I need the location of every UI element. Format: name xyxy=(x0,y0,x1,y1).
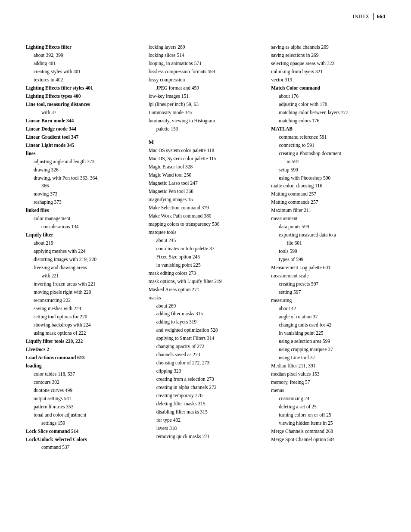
index-entry: connecting to 591 xyxy=(271,141,385,149)
index-entry: Magic Wand tool 250 xyxy=(149,171,263,179)
index-entry: color management xyxy=(26,215,140,223)
index-entry: Linear Gradient tool 347 xyxy=(26,133,140,141)
index-entry: types of 599 xyxy=(271,255,385,264)
index-entry: Lighting Effects filter styles 401 xyxy=(26,84,140,92)
index-entry: about 269 xyxy=(149,302,263,310)
index-entry: Matting commands 257 xyxy=(271,198,385,206)
index-entry: about 176 xyxy=(271,92,385,100)
index-entry: Maximum filter 211 xyxy=(271,206,385,215)
index-label: INDEX xyxy=(353,14,370,19)
index-entry: adding to layers 319 xyxy=(149,318,263,326)
index-entry: using Line tool 37 xyxy=(271,354,385,362)
index-entry: removing quick masks 271 xyxy=(149,432,263,441)
index-entry: about 42 xyxy=(271,305,385,313)
index-entry: Linear Dodge mode 344 xyxy=(26,125,140,133)
index-entry: coordinates in Info palette 37 xyxy=(149,245,263,253)
index-entry: Magic Eraser tool 328 xyxy=(149,163,263,171)
index-entry: M xyxy=(149,137,263,146)
index-entry: marquee tools xyxy=(149,228,263,236)
index-entry: with 37 xyxy=(26,109,140,117)
index-entry: file 601 xyxy=(271,239,385,247)
index-entry: Magnetic Pen tool 368 xyxy=(149,187,263,196)
index-entry: Fixed Size option 245 xyxy=(149,253,263,261)
index-entry: for type 432 xyxy=(149,416,263,424)
page-header: INDEX 664 xyxy=(353,13,385,20)
index-entry: locking layers 289 xyxy=(149,43,263,51)
index-entry: Lock/Unlock Selected Colors xyxy=(26,436,140,444)
index-entry: lpi (lines per inch) 59, 63 xyxy=(149,100,263,109)
index-entry: creating from a selection 273 xyxy=(149,375,263,383)
index-entry: moving pixels right with 220 xyxy=(26,288,140,296)
index-entry: about 245 xyxy=(149,236,263,245)
index-entry: creating presets 597 xyxy=(271,280,385,288)
index-entry: showing backdrops with 224 xyxy=(26,321,140,329)
index-entry: matte color, choosing 116 xyxy=(271,182,385,190)
index-entry: tools 599 xyxy=(271,247,385,255)
index-entry: channels saved as 273 xyxy=(149,351,263,359)
column-3: saving as alpha channels 269saving selec… xyxy=(271,43,385,451)
index-entry: 366 xyxy=(26,182,140,190)
index-entry: Merge Spot Channel option 504 xyxy=(271,436,385,444)
index-entry: Masked Areas option 271 xyxy=(149,286,263,294)
index-entry: with 221 xyxy=(26,272,140,280)
index-columns: Lighting Effects filterabout 392, 399add… xyxy=(26,43,385,451)
index-entry: tonal and color adjustment xyxy=(26,411,140,419)
index-entry: loading xyxy=(26,362,140,370)
index-entry: command reference 591 xyxy=(271,133,385,141)
index-entry: applying meshes with 224 xyxy=(26,247,140,255)
index-entry: LiveDocs 2 xyxy=(26,345,140,354)
index-entry: Measurement Log palette 601 xyxy=(271,264,385,272)
index-entry: menus xyxy=(271,386,385,395)
index-entry: mask options, with Liquify filter 219 xyxy=(149,277,263,286)
index-entry: Make Work Path command 380 xyxy=(149,212,263,220)
index-entry: about 392, 399 xyxy=(26,51,140,59)
index-entry: layers 318 xyxy=(149,424,263,432)
index-entry: data points 599 xyxy=(271,223,385,231)
index-entry: Mac OS, System color palette 115 xyxy=(149,155,263,163)
index-entry: using cropping marquee 37 xyxy=(271,345,385,354)
index-entry: looping, in animations 571 xyxy=(149,59,263,68)
index-entry: lines xyxy=(26,149,140,158)
index-entry: reconstructing 222 xyxy=(26,296,140,305)
index-entry: masks xyxy=(149,294,263,302)
index-entry: measuring xyxy=(271,296,385,305)
index-entry: locking slices 514 xyxy=(149,51,263,59)
index-entry: Load Actions command 613 xyxy=(26,354,140,362)
index-entry: Match Color command xyxy=(271,84,385,92)
index-entry: low-key images 151 xyxy=(149,92,263,100)
index-entry: changing opacity of 272 xyxy=(149,342,263,351)
index-entry: Median filter 211, 391 xyxy=(271,362,385,370)
page: INDEX 664 Lighting Effects filterabout 3… xyxy=(0,0,411,532)
index-entry: choosing color of 272, 273 xyxy=(149,359,263,367)
index-entry: angle of rotation 37 xyxy=(271,313,385,321)
index-entry: settings 159 xyxy=(26,419,140,427)
index-entry: Lock Slice command 514 xyxy=(26,427,140,436)
index-entry: MATLAB xyxy=(271,125,385,133)
index-entry: viewing hidden items in 25 xyxy=(271,419,385,427)
index-entry: turning colors on or off 25 xyxy=(271,411,385,419)
index-entry: adjusting angle and length 373 xyxy=(26,158,140,166)
index-entry: drawing, with Pen tool 363, 364, xyxy=(26,174,140,182)
index-entry: using a selection area 599 xyxy=(271,337,385,345)
page-number: 664 xyxy=(377,13,386,20)
index-entry: color tables 118, 537 xyxy=(26,370,140,378)
index-entry: Liquify filter tools 220, 222 xyxy=(26,337,140,345)
index-entry: inverting frozen areas with 221 xyxy=(26,280,140,288)
index-entry: Luminosity mode 345 xyxy=(149,109,263,117)
index-entry: deleting filter masks 315 xyxy=(149,400,263,408)
index-entry: Lighting Effects filter xyxy=(26,43,140,51)
index-entry: exporting measured data to a xyxy=(271,231,385,239)
index-entry: deleting a set of 25 xyxy=(271,403,385,411)
index-entry: lossless compression formats 459 xyxy=(149,68,263,76)
index-entry: measurement xyxy=(271,215,385,223)
index-entry: Line tool, measuring distances xyxy=(26,100,140,109)
index-entry: applying to Smart Filters 314 xyxy=(149,334,263,342)
index-entry: setting 597 xyxy=(271,288,385,296)
index-entry: Make Selection command 379 xyxy=(149,204,263,212)
index-entry: in 591 xyxy=(271,158,385,166)
index-entry: moving 373 xyxy=(26,190,140,198)
index-entry: saving as alpha channels 269 xyxy=(271,43,385,51)
index-entry: freezing and thawing areas xyxy=(26,264,140,272)
index-entry: Lighting Effects types 400 xyxy=(26,92,140,100)
index-entry: unlinking from layers 321 xyxy=(271,68,385,76)
